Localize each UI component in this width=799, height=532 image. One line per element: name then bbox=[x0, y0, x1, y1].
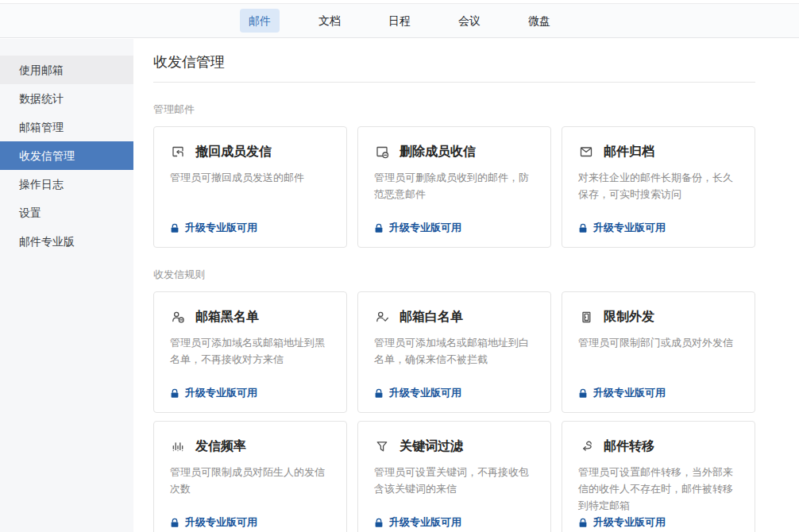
upgrade-label: 升级专业版可用 bbox=[389, 516, 461, 529]
tab-calendar[interactable]: 日程 bbox=[380, 9, 419, 33]
card-title: 撤回成员发信 bbox=[195, 144, 272, 160]
card-description: 管理员可删除成员收到的邮件，防范恶意邮件 bbox=[374, 169, 535, 202]
feature-card-mailbox-blacklist[interactable]: 邮箱黑名单 管理员可添加域名或邮箱地址到黑名单，不再接收对方来信 升级专业版可用 bbox=[153, 291, 347, 413]
card-description: 管理员可限制部门或成员对外发信 bbox=[578, 334, 739, 351]
card-description: 管理员可设置关键词，不再接收包含该关键词的来信 bbox=[374, 464, 535, 497]
card-title: 邮箱黑名单 bbox=[195, 309, 259, 325]
feature-card-delete-member-mail[interactable]: 删除成员收信 管理员可删除成员收到的邮件，防范恶意邮件 升级专业版可用 bbox=[357, 126, 551, 248]
section-label-send-receive-rules: 收发信规则 bbox=[153, 268, 799, 281]
card-description: 管理员可添加域名或邮箱地址到白名单，确保来信不被拦截 bbox=[374, 334, 535, 368]
card-header: 邮箱黑名单 bbox=[170, 309, 330, 325]
card-header: 限制外发 bbox=[578, 309, 739, 325]
upgrade-label: 升级专业版可用 bbox=[185, 516, 257, 529]
upgrade-label: 升级专业版可用 bbox=[593, 222, 666, 234]
upgrade-pro-link[interactable]: 升级专业版可用 bbox=[374, 387, 461, 399]
lock-icon bbox=[170, 388, 179, 399]
card-header: 邮件转移 bbox=[578, 438, 739, 454]
card-header: 邮件归档 bbox=[578, 144, 739, 160]
lock-icon bbox=[578, 223, 588, 233]
card-description: 管理员可添加域名或邮箱地址到黑名单，不再接收对方来信 bbox=[170, 334, 330, 368]
main-content: 收发信管理 管理邮件 撤回成员发信 管理员可撤回成员发送的邮件 bbox=[133, 39, 799, 532]
feature-card-send-frequency[interactable]: 发信频率 管理员可限制成员对陌生人的发信次数 升级专业版可用 bbox=[153, 421, 347, 532]
upgrade-pro-link[interactable]: 升级专业版可用 bbox=[170, 387, 257, 399]
upgrade-label: 升级专业版可用 bbox=[185, 387, 257, 399]
tab-meeting[interactable]: 会议 bbox=[450, 9, 489, 33]
blacklist-icon bbox=[170, 309, 186, 325]
sidebar-item-send-receive-management[interactable]: 收发信管理 bbox=[0, 141, 133, 170]
feature-card-recall-member-mail[interactable]: 撤回成员发信 管理员可撤回成员发送的邮件 升级专业版可用 bbox=[153, 126, 347, 248]
upgrade-pro-link[interactable]: 升级专业版可用 bbox=[374, 222, 461, 234]
send-frequency-icon bbox=[170, 438, 186, 454]
card-header: 邮箱白名单 bbox=[374, 309, 535, 325]
feature-card-keyword-filter[interactable]: 关键词过滤 管理员可设置关键词，不再接收包含该关键词的来信 升级专业版可用 bbox=[357, 421, 551, 532]
upgrade-pro-link[interactable]: 升级专业版可用 bbox=[578, 516, 666, 529]
keyword-filter-icon bbox=[374, 438, 390, 454]
section-label-manage-mail: 管理邮件 bbox=[153, 103, 799, 116]
card-title: 邮箱白名单 bbox=[400, 309, 463, 325]
card-header: 撤回成员发信 bbox=[170, 144, 330, 160]
sidebar-item-mail-pro[interactable]: 邮件专业版 bbox=[0, 227, 133, 256]
upgrade-pro-link[interactable]: 升级专业版可用 bbox=[374, 516, 461, 529]
whitelist-icon bbox=[374, 309, 390, 325]
feature-card-mail-transfer[interactable]: 邮件转移 管理员可设置邮件转移，当外部来信的收件人不存在时，邮件被转移到特定邮箱… bbox=[562, 421, 755, 532]
delete-mail-icon bbox=[374, 144, 390, 160]
settings-sidebar: 使用邮箱 数据统计 邮箱管理 收发信管理 操作日志 设置 邮件专业版 bbox=[0, 39, 133, 532]
upgrade-label: 升级专业版可用 bbox=[593, 387, 666, 399]
card-header: 关键词过滤 bbox=[374, 438, 535, 454]
upgrade-label: 升级专业版可用 bbox=[185, 222, 257, 234]
title-divider bbox=[153, 82, 755, 83]
lock-icon bbox=[170, 223, 179, 233]
upgrade-pro-link[interactable]: 升级专业版可用 bbox=[170, 516, 257, 529]
card-title: 邮件转移 bbox=[604, 438, 654, 454]
card-title: 关键词过滤 bbox=[400, 438, 463, 454]
card-description: 管理员可设置邮件转移，当外部来信的收件人不存在时，邮件被转移到特定邮箱 bbox=[578, 464, 739, 514]
lock-icon bbox=[374, 388, 384, 399]
recall-mail-icon bbox=[170, 144, 186, 160]
card-title: 邮件归档 bbox=[604, 144, 654, 160]
upgrade-pro-link[interactable]: 升级专业版可用 bbox=[170, 222, 257, 234]
card-description: 管理员可撤回成员发送的邮件 bbox=[170, 169, 330, 186]
restrict-outgoing-icon bbox=[578, 309, 594, 325]
upgrade-pro-link[interactable]: 升级专业版可用 bbox=[578, 387, 666, 399]
lock-icon bbox=[374, 518, 384, 528]
tab-drive[interactable]: 微盘 bbox=[519, 9, 559, 33]
sidebar-item-operation-log[interactable]: 操作日志 bbox=[0, 170, 133, 199]
mail-archive-icon bbox=[578, 144, 594, 160]
card-title: 删除成员收信 bbox=[400, 144, 476, 160]
card-description: 管理员可限制成员对陌生人的发信次数 bbox=[170, 464, 330, 497]
tab-docs[interactable]: 文档 bbox=[310, 9, 349, 33]
sidebar-item-use-mailbox[interactable]: 使用邮箱 bbox=[0, 56, 133, 84]
sidebar-item-data-statistics[interactable]: 数据统计 bbox=[0, 84, 133, 113]
lock-icon bbox=[374, 223, 384, 233]
upgrade-label: 升级专业版可用 bbox=[389, 387, 461, 399]
sidebar-item-settings[interactable]: 设置 bbox=[0, 199, 133, 227]
card-title: 限制外发 bbox=[604, 309, 654, 325]
mail-transfer-icon bbox=[578, 438, 594, 454]
lock-icon bbox=[170, 518, 179, 528]
card-grid-manage-mail: 撤回成员发信 管理员可撤回成员发送的邮件 升级专业版可用 bbox=[153, 126, 799, 248]
tab-mail[interactable]: 邮件 bbox=[240, 9, 280, 33]
app-tabs: 邮件 文档 日程 会议 微盘 bbox=[240, 9, 559, 33]
lock-icon bbox=[578, 388, 588, 399]
page-title: 收发信管理 bbox=[153, 53, 799, 71]
feature-card-restrict-outgoing[interactable]: 限制外发 管理员可限制部门或成员对外发信 升级专业版可用 bbox=[562, 291, 755, 413]
upgrade-label: 升级专业版可用 bbox=[389, 222, 461, 234]
card-description: 对来往企业的邮件长期备份，长久保存，可实时搜索访问 bbox=[578, 169, 739, 202]
lock-icon bbox=[578, 518, 588, 528]
feature-card-mail-archive[interactable]: 邮件归档 对来往企业的邮件长期备份，长久保存，可实时搜索访问 升级专业版可用 bbox=[562, 126, 755, 248]
card-title: 发信频率 bbox=[195, 438, 246, 454]
top-nav-bar: 邮件 文档 日程 会议 微盘 bbox=[0, 3, 799, 38]
sidebar-item-mailbox-management[interactable]: 邮箱管理 bbox=[0, 113, 133, 141]
upgrade-label: 升级专业版可用 bbox=[593, 516, 666, 529]
card-header: 发信频率 bbox=[170, 438, 330, 454]
card-header: 删除成员收信 bbox=[374, 144, 535, 160]
feature-card-mailbox-whitelist[interactable]: 邮箱白名单 管理员可添加域名或邮箱地址到白名单，确保来信不被拦截 升级专业版可用 bbox=[357, 291, 551, 413]
upgrade-pro-link[interactable]: 升级专业版可用 bbox=[578, 222, 666, 234]
card-grid-send-receive-rules: 邮箱黑名单 管理员可添加域名或邮箱地址到黑名单，不再接收对方来信 升级专业版可用 bbox=[153, 291, 799, 532]
